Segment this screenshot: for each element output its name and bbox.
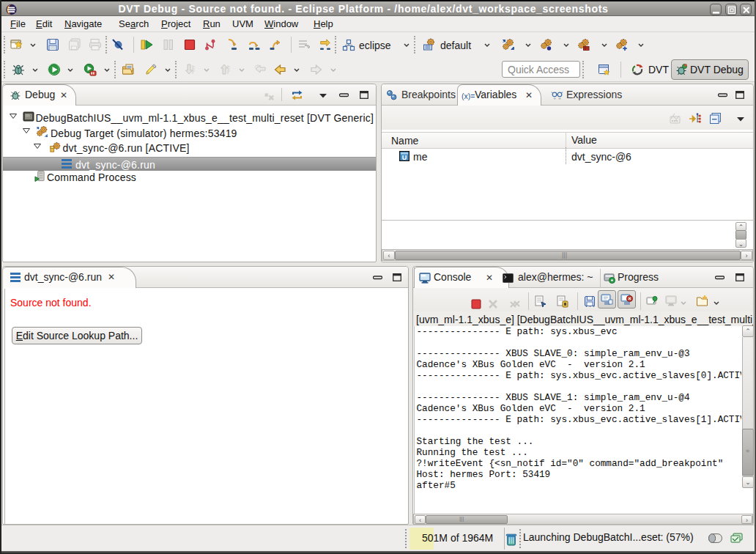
- svg-text:U: U: [402, 154, 407, 161]
